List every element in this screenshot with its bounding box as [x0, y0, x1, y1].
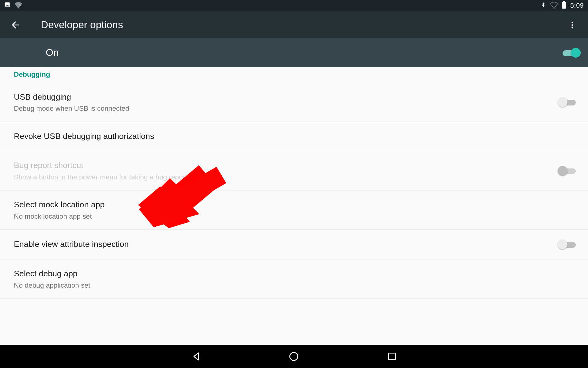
view-attr-switch[interactable] [558, 239, 576, 250]
row-select-mock-location-app[interactable]: Select mock location app No mock locatio… [0, 190, 588, 230]
wifi-empty-icon [550, 1, 558, 10]
nav-back-button[interactable] [188, 348, 204, 365]
battery-icon [562, 1, 566, 10]
svg-rect-1 [562, 2, 566, 9]
master-toggle-label: On [46, 47, 563, 58]
status-time: 5:09 [570, 2, 584, 10]
svg-text:?: ? [19, 4, 21, 8]
settings-list: Debugging USB debugging Debug mode when … [0, 67, 588, 323]
action-bar: Developer options [0, 11, 588, 38]
nav-recents-button[interactable] [384, 348, 400, 365]
row-title: Enable view attribute inspection [14, 239, 558, 250]
page-title: Developer options [41, 19, 563, 31]
bug-report-switch [558, 165, 576, 176]
svg-point-4 [571, 24, 573, 26]
image-icon [4, 2, 10, 10]
row-bug-report-shortcut: Bug report shortcut Show a button in the… [0, 151, 588, 190]
bluetooth-icon [541, 1, 546, 10]
row-view-attr-inspection[interactable]: Enable view attribute inspection [0, 230, 588, 259]
triangle-back-icon [191, 351, 202, 362]
row-title: Revoke USB debugging authorizations [14, 131, 575, 142]
overflow-menu-button[interactable] [563, 15, 582, 35]
square-recents-icon [387, 351, 397, 361]
row-subtitle: Show a button in the power menu for taki… [14, 173, 558, 181]
row-title: Bug report shortcut [14, 160, 558, 171]
wifi-question-icon: ? [15, 1, 22, 10]
arrow-back-icon [10, 20, 21, 30]
status-bar: ? 5:09 [0, 0, 588, 11]
navigation-bar [0, 345, 588, 368]
row-title: Select debug app [14, 268, 575, 279]
back-button[interactable] [6, 15, 25, 35]
master-toggle-row[interactable]: On [0, 38, 588, 67]
master-switch[interactable] [563, 47, 581, 58]
row-subtitle: No debug application set [14, 281, 575, 289]
more-vert-icon [568, 21, 577, 29]
svg-point-5 [571, 27, 573, 28]
nav-home-button[interactable] [286, 348, 302, 365]
row-select-debug-app[interactable]: Select debug app No debug application se… [0, 259, 588, 299]
svg-point-3 [571, 21, 573, 23]
row-placeholder [0, 299, 588, 323]
row-title: USB debugging [14, 92, 558, 103]
svg-rect-10 [389, 353, 395, 360]
svg-rect-2 [563, 1, 565, 2]
usb-debugging-switch[interactable] [558, 96, 576, 108]
row-subtitle: No mock location app set [14, 212, 575, 220]
row-subtitle: Debug mode when USB is connected [14, 104, 558, 113]
row-title: Select mock location app [14, 199, 575, 210]
row-revoke-usb-auth[interactable]: Revoke USB debugging authorizations [0, 122, 588, 151]
circle-home-icon [288, 351, 299, 362]
section-header-debugging: Debugging [0, 67, 588, 83]
row-usb-debugging[interactable]: USB debugging Debug mode when USB is con… [0, 83, 588, 122]
svg-point-9 [290, 352, 298, 360]
